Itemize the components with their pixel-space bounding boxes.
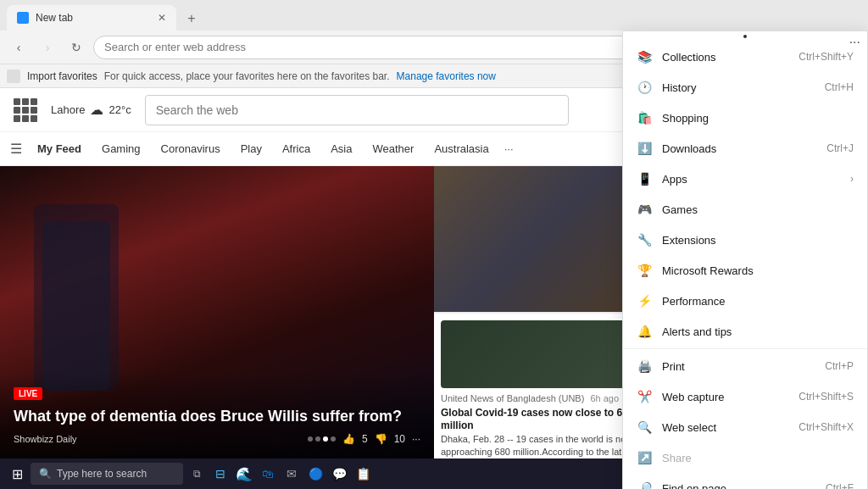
msn-search-input[interactable] bbox=[145, 95, 569, 125]
tab-close-button[interactable]: ✕ bbox=[158, 12, 166, 24]
collections-label: Collections bbox=[662, 51, 788, 64]
location-text: Lahore bbox=[51, 103, 85, 116]
menu-item-collections[interactable]: 📚 Collections Ctrl+Shift+Y bbox=[623, 42, 867, 72]
collections-shortcut: Ctrl+Shift+Y bbox=[798, 51, 854, 63]
menu-item-performance[interactable]: ⚡ Performance bbox=[623, 286, 867, 316]
menu-item-extensions[interactable]: 🔧 Extensions bbox=[623, 225, 867, 255]
feed-nav-weather[interactable]: Weather bbox=[364, 137, 422, 160]
downloads-icon: ⬇️ bbox=[637, 141, 652, 156]
teams-icon[interactable]: 📋 bbox=[353, 464, 373, 484]
manage-favorites-link[interactable]: Manage favorites now bbox=[397, 70, 496, 82]
webselect-shortcut: Ctrl+Shift+X bbox=[798, 421, 854, 433]
main-news-source-row: Showbizz Daily 👍 5 👎 10 ··· bbox=[14, 433, 420, 445]
menu-divider-1 bbox=[623, 348, 867, 349]
edge-icon[interactable]: 🌊 bbox=[234, 464, 254, 484]
rewards-label: Microsoft Rewards bbox=[662, 264, 854, 277]
print-label: Print bbox=[662, 360, 815, 373]
webcapture-shortcut: Ctrl+Shift+S bbox=[798, 391, 854, 403]
fav-icon bbox=[7, 69, 20, 83]
findonpage-label: Find on page bbox=[662, 482, 815, 490]
location-weather: Lahore ☁ 22°c bbox=[51, 102, 131, 118]
history-label: History bbox=[662, 81, 815, 94]
feed-nav-australasia[interactable]: Australasia bbox=[426, 137, 497, 160]
apps-arrow: › bbox=[850, 173, 854, 185]
shopping-icon: 🛍️ bbox=[637, 110, 652, 125]
menu-item-findonpage[interactable]: 🔎 Find on page Ctrl+F bbox=[623, 473, 867, 489]
webselect-icon: 🔍 bbox=[637, 420, 652, 435]
windows-start-button[interactable]: ⊞ bbox=[7, 464, 27, 484]
main-news-card[interactable]: LIVE What type of dementia does Bruce Wi… bbox=[0, 166, 434, 458]
import-favorites-label[interactable]: Import favorites bbox=[27, 70, 97, 82]
games-label: Games bbox=[662, 203, 854, 216]
covid-news-card[interactable]: United News of Bangladesh (UNB) 6h ago G… bbox=[434, 314, 651, 459]
store-icon[interactable]: 🛍 bbox=[258, 464, 278, 484]
performance-icon: ⚡ bbox=[637, 293, 652, 308]
feed-nav-myfeed[interactable]: My Feed bbox=[29, 137, 90, 160]
favorites-hint: For quick access, place your favorites h… bbox=[104, 70, 390, 82]
chrome-icon[interactable]: 🔵 bbox=[305, 464, 326, 484]
menu-item-webselect[interactable]: 🔍 Web select Ctrl+Shift+X bbox=[623, 412, 867, 442]
skype-icon[interactable]: 💬 bbox=[329, 464, 349, 484]
menu-item-rewards[interactable]: 🏆 Microsoft Rewards bbox=[623, 255, 867, 286]
dislike-count: 10 bbox=[394, 433, 405, 445]
findonpage-shortcut: Ctrl+F bbox=[826, 482, 854, 489]
refresh-button[interactable]: ↻ bbox=[64, 36, 88, 59]
menu-item-webcapture[interactable]: ✂️ Web capture Ctrl+Shift+S bbox=[623, 381, 867, 412]
feed-nav-gaming[interactable]: Gaming bbox=[93, 137, 149, 160]
games-icon: 🎮 bbox=[637, 202, 652, 217]
tab-bar: New tab ✕ + bbox=[0, 0, 868, 31]
feed-nav-play[interactable]: Play bbox=[232, 137, 270, 160]
print-icon: 🖨️ bbox=[637, 358, 652, 374]
covid-image bbox=[441, 320, 643, 388]
share-label: Share bbox=[662, 452, 854, 464]
menu-item-apps[interactable]: 📱 Apps › bbox=[623, 164, 867, 194]
temperature-text: 22°c bbox=[108, 103, 131, 116]
menu-item-print[interactable]: 🖨️ Print Ctrl+P bbox=[623, 351, 867, 381]
browser-dropdown-menu: ··· 📚 Collections Ctrl+Shift+Y 🕐 History… bbox=[622, 31, 868, 489]
widgets-button[interactable]: ⊟ bbox=[210, 464, 231, 484]
feed-nav-coronavirus[interactable]: Coronavirus bbox=[153, 137, 229, 160]
taskbar-search-placeholder: Type here to search bbox=[57, 468, 147, 480]
main-news-overlay: LIVE What type of dementia does Bruce Wi… bbox=[0, 371, 434, 458]
msn-apps-grid[interactable] bbox=[14, 98, 37, 122]
menu-top-indicator bbox=[623, 31, 867, 42]
downloads-label: Downloads bbox=[662, 142, 816, 155]
hamburger-menu[interactable]: ☰ bbox=[7, 137, 25, 160]
alerts-label: Alerts and tips bbox=[662, 325, 854, 338]
main-news-source: Showbizz Daily bbox=[14, 434, 77, 444]
extensions-icon: 🔧 bbox=[637, 232, 652, 247]
history-icon: 🕐 bbox=[637, 80, 652, 95]
menu-item-shopping[interactable]: 🛍️ Shopping bbox=[623, 103, 867, 133]
more-icon: ··· bbox=[412, 433, 420, 445]
main-news-headline: What type of dementia does Bruce Willis … bbox=[14, 407, 420, 426]
back-button[interactable]: ‹ bbox=[7, 36, 31, 59]
forward-button[interactable]: › bbox=[36, 36, 59, 59]
task-view-button[interactable]: ⧉ bbox=[186, 464, 207, 484]
share-icon: ↗️ bbox=[637, 450, 652, 465]
search-icon: 🔍 bbox=[39, 468, 52, 480]
like-icon: 👍 bbox=[342, 433, 355, 445]
menu-item-games[interactable]: 🎮 Games bbox=[623, 194, 867, 225]
alerts-icon: 🔔 bbox=[637, 324, 652, 339]
dislike-icon: 👎 bbox=[375, 433, 387, 445]
print-shortcut: Ctrl+P bbox=[825, 360, 854, 372]
taskbar-search[interactable]: 🔍 Type here to search bbox=[31, 463, 183, 485]
menu-item-history[interactable]: 🕐 History Ctrl+H bbox=[623, 72, 867, 103]
feed-nav-more[interactable]: ··· bbox=[501, 137, 517, 160]
covid-headline: Global Covid-19 cases now close to 680 m… bbox=[441, 407, 643, 433]
new-tab-button[interactable]: + bbox=[180, 7, 203, 31]
apps-label: Apps bbox=[662, 173, 840, 186]
active-tab[interactable]: New tab ✕ bbox=[7, 5, 176, 31]
tab-title: New tab bbox=[36, 12, 151, 24]
covid-text: Dhaka, Feb. 28 -- 19 cases in the world … bbox=[441, 433, 643, 458]
like-count: 5 bbox=[362, 433, 368, 445]
menu-item-downloads[interactable]: ⬇️ Downloads Ctrl+J bbox=[623, 133, 867, 164]
menu-item-share[interactable]: ↗️ Share bbox=[623, 442, 867, 473]
menu-item-alerts[interactable]: 🔔 Alerts and tips bbox=[623, 316, 867, 347]
mail-icon[interactable]: ✉ bbox=[281, 464, 302, 484]
feed-nav-africa[interactable]: Africa bbox=[274, 137, 319, 160]
tab-favicon bbox=[17, 12, 29, 24]
feed-nav-asia[interactable]: Asia bbox=[322, 137, 360, 160]
dots-indicator-container bbox=[308, 436, 336, 442]
rewards-icon: 🏆 bbox=[637, 263, 652, 278]
